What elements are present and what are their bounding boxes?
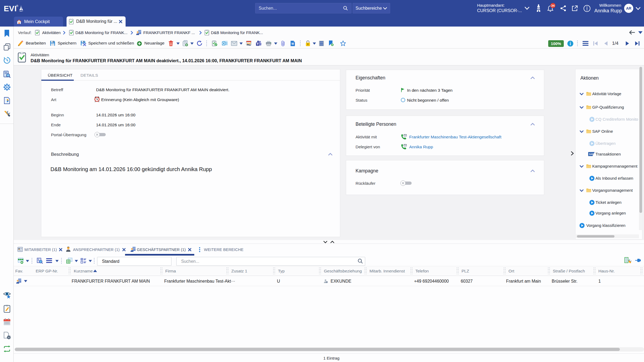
svg-text:W: W: [291, 42, 294, 45]
svg-text:SAP: SAP: [589, 153, 594, 156]
